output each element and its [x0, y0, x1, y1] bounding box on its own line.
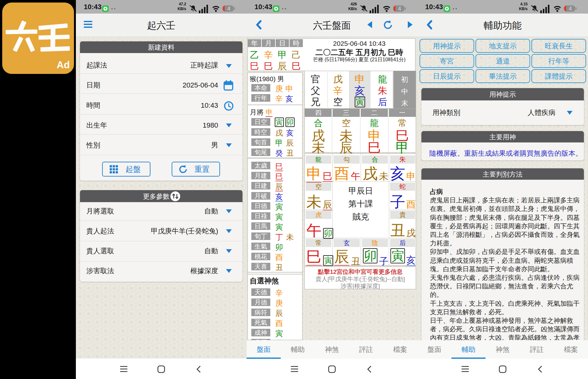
svg-text:Ad: Ad — [57, 59, 70, 70]
